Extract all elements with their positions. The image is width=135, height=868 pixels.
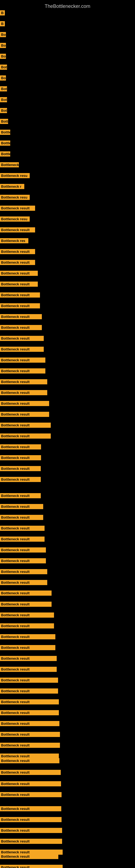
- bar-item: Bottleneck result: [0, 282, 38, 288]
- bar-label: Bottleneck result: [0, 732, 60, 737]
- bar-label: Bottle: [0, 130, 10, 135]
- bar-label: Bottleneck result: [0, 260, 35, 265]
- bar-item: Bottleneck result: [0, 477, 41, 483]
- bar-item: Bottleneck result: [0, 732, 60, 738]
- bar-label: Bottleneck result: [0, 504, 43, 509]
- bar-label: Bottleneck res: [0, 238, 28, 243]
- bar-item: Bottleneck result: [0, 806, 61, 812]
- bar-label: Bottleneck: [0, 162, 19, 167]
- bar-label: Bottleneck result: [0, 601, 52, 607]
- bar-label: Bottleneck result: [0, 423, 51, 428]
- bar-item: Bottleneck result: [0, 569, 47, 575]
- bar-item: Bo: [0, 43, 6, 49]
- bar-item: Bottleneck result: [0, 710, 59, 716]
- bar-item: Bottleneck result: [0, 325, 42, 331]
- bar-label: Bot: [0, 108, 7, 113]
- bar-label: Bottleneck resu: [0, 216, 30, 222]
- bar-item: Bottleneck result: [0, 466, 41, 472]
- bar-label: Bottleneck result: [0, 547, 46, 553]
- site-title: TheBottlenecker.com: [0, 1, 135, 11]
- bar-item: Bottleneck resu: [0, 195, 30, 201]
- bar-label: Bottleneck result: [0, 688, 58, 693]
- bar-label: Bottleneck result: [0, 358, 45, 363]
- bar-item: Bottleneck result: [0, 758, 59, 764]
- bar-label: Bottleneck result: [0, 536, 45, 542]
- bar-label: Bottleneck result: [0, 526, 45, 531]
- bar-label: Bottleneck result: [0, 303, 40, 308]
- bar-label: Bottleneck result: [0, 580, 47, 585]
- bar-item: Bottleneck result: [0, 678, 58, 684]
- bar-item: Bottleneck result: [0, 580, 47, 586]
- bar-item: Bottleneck result: [0, 656, 57, 662]
- bar-item: Bottleneck result: [0, 401, 49, 407]
- bar-item: Bottleneck result: [0, 271, 38, 277]
- bar-item: Bottleneck result: [0, 433, 51, 440]
- bar-item: Bottleneck result: [0, 817, 61, 823]
- bar-label: Bottleneck result: [0, 455, 41, 460]
- bar-item: Bottleneck result: [0, 368, 45, 375]
- bar-item: Bottleneck result: [0, 444, 41, 451]
- bar-item: Bottleneck result: [0, 390, 47, 396]
- bar-item: Bottleneck result: [0, 770, 61, 776]
- bar-item: Bottleneck result: [0, 558, 46, 564]
- bar-item: Bottleneck result: [0, 412, 49, 418]
- bar-item: Bot: [0, 86, 7, 93]
- bar-item: Bottleneck result: [0, 249, 35, 255]
- bar-label: Bottleneck result: [0, 368, 45, 373]
- bar-item: Bot: [0, 65, 7, 71]
- bar-item: Bottleneck result: [0, 854, 58, 860]
- bar-label: Bottleneck result: [0, 206, 35, 211]
- bar-label: Bottleneck result: [0, 634, 55, 639]
- bar-item: Bot: [0, 97, 7, 103]
- bar-label: Bottleneck result: [0, 721, 59, 726]
- bar-label: Bottleneck result: [0, 758, 59, 763]
- bar-item: Bottleneck result: [0, 292, 40, 299]
- bar-item: Bottleneck result: [0, 781, 61, 787]
- bar-label: Bottleneck result: [0, 590, 52, 596]
- bar-item: Bottleneck result: [0, 504, 43, 510]
- bar-item: Bo: [0, 54, 6, 60]
- bar-item: Bottle: [0, 130, 10, 136]
- bar-label: Bottleneck result: [0, 412, 49, 417]
- bar-label: Bottleneck result: [0, 865, 63, 868]
- bar-label: Bottleneck result: [0, 347, 44, 352]
- bar-item: Bottleneck result: [0, 336, 44, 342]
- bar-label: Bo: [0, 32, 6, 37]
- bar-label: Bottleneck r: [0, 184, 24, 189]
- bar-item: Bo: [0, 75, 6, 82]
- bar-label: Bottleneck result: [0, 249, 35, 254]
- bar-item: B: [0, 10, 5, 17]
- bar-item: Bottleneck resu: [0, 216, 30, 223]
- bar-item: Bottleneck: [0, 162, 19, 168]
- bar-label: Bo: [0, 43, 6, 48]
- bar-item: Bottleneck result: [0, 547, 46, 554]
- bar-label: Bottleneck resu: [0, 173, 30, 178]
- bar-item: Bottleneck result: [0, 792, 61, 798]
- bar-label: Bott: [0, 119, 8, 124]
- bar-label: Bottleneck result: [0, 569, 47, 574]
- bar-label: Bottle: [0, 141, 10, 146]
- bar-label: Bottleneck result: [0, 558, 46, 563]
- bar-label: Bottleneck result: [0, 781, 61, 786]
- bar-label: Bottleneck result: [0, 444, 41, 450]
- bar-label: Bot: [0, 65, 7, 70]
- bar-label: B: [0, 10, 5, 16]
- bar-label: Bottleneck result: [0, 710, 59, 715]
- bar-item: Bottleneck result: [0, 828, 62, 834]
- bar-item: Bottleneck result: [0, 865, 63, 868]
- bar-item: Bottleneck result: [0, 699, 59, 706]
- bar-label: Bottleneck result: [0, 466, 41, 471]
- bar-item: Bottleneck res: [0, 238, 28, 244]
- bar-label: Bottleneck result: [0, 656, 57, 661]
- bar-item: Bottleneck result: [0, 227, 35, 234]
- bar-item: Bottleneck result: [0, 839, 62, 845]
- bar-label: Bottleneck result: [0, 828, 62, 833]
- bar-item: Bottleneck result: [0, 303, 40, 310]
- bar-label: Bottleneck result: [0, 623, 54, 628]
- bar-label: Bottleneck result: [0, 743, 60, 748]
- bar-label: Bottleneck result: [0, 645, 55, 650]
- bar-item: Bottleneck result: [0, 379, 47, 385]
- bar-item: Bottleneck result: [0, 206, 35, 212]
- bar-label: Bottleneck result: [0, 336, 44, 341]
- bar-label: Bottleneck result: [0, 667, 57, 672]
